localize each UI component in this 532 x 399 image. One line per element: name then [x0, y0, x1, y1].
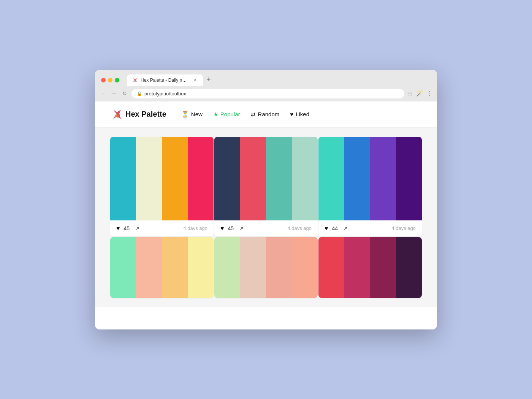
palette-card [214, 237, 318, 298]
color-swatch [318, 137, 344, 220]
nav-random[interactable]: ⇄ Random [251, 111, 280, 118]
random-icon: ⇄ [251, 111, 256, 118]
share-button[interactable]: ↗ [343, 225, 348, 231]
color-swatch [214, 237, 240, 298]
color-swatch [240, 137, 266, 220]
color-swatch [344, 137, 370, 220]
lock-icon: 🔒 [137, 91, 142, 96]
tab-close-icon[interactable]: ✕ [192, 78, 198, 83]
nav-popular[interactable]: ★ Popular [213, 111, 240, 118]
tab-bar: Hex Palette - Daily new color insp ✕ + [127, 74, 431, 86]
site-logo[interactable]: Hex Palette [110, 108, 166, 120]
palette-swatches [110, 137, 214, 220]
like-button[interactable]: ♥ [116, 225, 120, 232]
refresh-button[interactable]: ↻ [121, 90, 128, 97]
color-swatch [266, 237, 292, 298]
address-right-icons: ☆ 🪄 ⋮ [407, 90, 432, 97]
palette-card: ♥ 44 ↗ 4 days ago [318, 137, 422, 236]
color-swatch [292, 137, 318, 220]
time-ago: 4 days ago [183, 225, 207, 231]
tab-favicon [132, 78, 138, 83]
nav-liked-label: Liked [296, 111, 309, 117]
active-tab[interactable]: Hex Palette - Daily new color insp ✕ [127, 74, 203, 86]
close-button[interactable] [101, 78, 106, 82]
time-ago: 4 days ago [391, 225, 416, 231]
color-swatch [136, 137, 162, 220]
url-text: prototypr.io/toolbox [144, 91, 399, 97]
color-swatch [188, 137, 214, 220]
palette-swatches [318, 137, 422, 220]
palette-swatches [214, 237, 318, 298]
color-swatch [136, 237, 162, 298]
like-count: 44 [332, 225, 338, 231]
nav-random-label: Random [258, 111, 280, 117]
palette-swatches [318, 237, 422, 298]
popular-icon: ★ [213, 111, 218, 118]
minimize-button[interactable] [108, 78, 112, 82]
color-swatch [214, 137, 240, 220]
palette-card [318, 237, 422, 298]
nav-liked[interactable]: ♥ Liked [290, 111, 309, 117]
like-button[interactable]: ♥ [325, 225, 328, 232]
color-swatch [370, 237, 396, 298]
page-content: Hex Palette ⏳ New ★ Popular ⇄ Random ♥ L… [95, 101, 437, 329]
color-swatch [266, 137, 292, 220]
title-bar: Hex Palette - Daily new color insp ✕ + [95, 70, 437, 86]
color-swatch [162, 137, 188, 220]
maximize-button[interactable] [115, 78, 119, 82]
bookmark-icon[interactable]: ☆ [407, 90, 413, 97]
like-button[interactable]: ♥ [220, 225, 224, 232]
palette-footer: ♥ 45 ↗ 4 days ago [214, 220, 318, 236]
share-button[interactable]: ↗ [135, 225, 139, 231]
palette-swatches [214, 137, 318, 220]
back-button[interactable]: ← [100, 90, 107, 97]
share-button[interactable]: ↗ [239, 225, 244, 231]
new-icon: ⏳ [182, 111, 189, 118]
url-bar[interactable]: 🔒 prototypr.io/toolbox [131, 89, 404, 98]
palette-card [110, 237, 214, 298]
tab-title: Hex Palette - Daily new color insp [141, 78, 189, 83]
color-swatch [162, 237, 188, 298]
palette-card: ♥ 45 ↗ 4 days ago [214, 137, 318, 236]
site-navbar: Hex Palette ⏳ New ★ Popular ⇄ Random ♥ L… [95, 101, 437, 128]
color-swatch [318, 237, 344, 298]
nav-links: ⏳ New ★ Popular ⇄ Random ♥ Liked [182, 111, 309, 118]
browser-chrome: Hex Palette - Daily new color insp ✕ + ←… [95, 70, 437, 101]
color-swatch [396, 237, 422, 298]
browser-window: Hex Palette - Daily new color insp ✕ + ←… [95, 70, 437, 329]
color-swatch [344, 237, 370, 298]
palette-swatches [110, 237, 214, 298]
forward-button[interactable]: → [110, 90, 118, 97]
time-ago: 4 days ago [287, 225, 312, 231]
address-bar: ← → ↻ 🔒 prototypr.io/toolbox ☆ 🪄 ⋮ [95, 86, 437, 101]
nav-new[interactable]: ⏳ New [182, 111, 203, 118]
color-swatch [110, 137, 136, 220]
palette-footer: ♥ 45 ↗ 4 days ago [110, 220, 214, 236]
palette-card: ♥ 45 ↗ 4 days ago [110, 137, 214, 236]
color-swatch [292, 237, 318, 298]
like-count: 45 [124, 225, 130, 231]
liked-icon: ♥ [290, 111, 293, 117]
palette-grid: ♥ 45 ↗ 4 days ago ♥ 45 ↗ 4 days ago ♥ 44… [95, 128, 437, 307]
like-count: 45 [228, 225, 234, 231]
site-title: Hex Palette [125, 110, 166, 119]
color-swatch [188, 237, 214, 298]
color-swatch [240, 237, 266, 298]
nav-new-label: New [191, 111, 203, 117]
color-swatch [110, 237, 136, 298]
palette-footer: ♥ 44 ↗ 4 days ago [318, 220, 422, 236]
color-swatch [370, 137, 396, 220]
logo-icon [110, 108, 122, 120]
extension-icon[interactable]: 🪄 [416, 90, 423, 97]
more-icon[interactable]: ⋮ [426, 90, 432, 97]
traffic-lights [101, 78, 119, 82]
nav-popular-label: Popular [220, 111, 240, 117]
new-tab-button[interactable]: + [204, 75, 213, 84]
color-swatch [396, 137, 422, 220]
